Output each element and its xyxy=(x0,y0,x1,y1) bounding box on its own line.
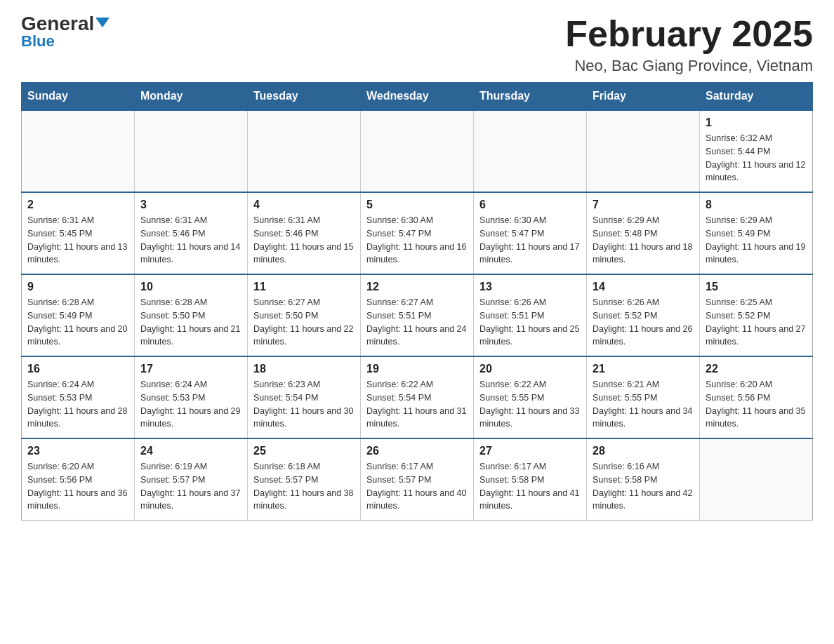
calendar-cell xyxy=(22,110,135,192)
day-number: 28 xyxy=(593,445,694,457)
day-number: 2 xyxy=(27,199,128,211)
calendar-cell xyxy=(135,110,248,192)
day-info: Sunrise: 6:26 AMSunset: 5:51 PMDaylight:… xyxy=(479,296,581,349)
calendar-cell: 9Sunrise: 6:28 AMSunset: 5:49 PMDaylight… xyxy=(22,274,135,356)
calendar-cell: 13Sunrise: 6:26 AMSunset: 5:51 PMDayligh… xyxy=(474,274,587,356)
calendar-cell: 12Sunrise: 6:27 AMSunset: 5:51 PMDayligh… xyxy=(361,274,474,356)
calendar-cell: 28Sunrise: 6:16 AMSunset: 5:58 PMDayligh… xyxy=(587,438,700,521)
day-number: 8 xyxy=(706,199,807,211)
logo-triangle-icon xyxy=(95,18,110,27)
day-number: 24 xyxy=(140,445,241,457)
day-info: Sunrise: 6:19 AMSunset: 5:57 PMDaylight:… xyxy=(140,460,241,513)
day-of-week-header: Monday xyxy=(135,83,248,111)
day-number: 7 xyxy=(593,199,694,211)
day-number: 9 xyxy=(27,281,128,293)
calendar-cell xyxy=(700,438,813,521)
day-number: 22 xyxy=(706,363,807,375)
day-info: Sunrise: 6:30 AMSunset: 5:47 PMDaylight:… xyxy=(479,214,581,267)
day-number: 13 xyxy=(479,281,581,293)
calendar-cell: 22Sunrise: 6:20 AMSunset: 5:56 PMDayligh… xyxy=(700,356,813,438)
day-number: 15 xyxy=(706,281,807,293)
calendar-cell: 10Sunrise: 6:28 AMSunset: 5:50 PMDayligh… xyxy=(135,274,248,356)
calendar-cell: 21Sunrise: 6:21 AMSunset: 5:55 PMDayligh… xyxy=(587,356,700,438)
day-info: Sunrise: 6:24 AMSunset: 5:53 PMDaylight:… xyxy=(140,378,241,431)
day-of-week-header: Tuesday xyxy=(248,83,361,111)
page-title: February 2025 xyxy=(565,14,813,54)
day-info: Sunrise: 6:30 AMSunset: 5:47 PMDaylight:… xyxy=(366,214,468,267)
day-info: Sunrise: 6:17 AMSunset: 5:58 PMDaylight:… xyxy=(479,460,581,513)
day-info: Sunrise: 6:32 AMSunset: 5:44 PMDaylight:… xyxy=(706,132,807,185)
day-info: Sunrise: 6:31 AMSunset: 5:46 PMDaylight:… xyxy=(140,214,241,267)
day-number: 14 xyxy=(593,281,694,293)
day-info: Sunrise: 6:28 AMSunset: 5:49 PMDaylight:… xyxy=(27,296,128,349)
day-number: 27 xyxy=(479,445,581,457)
calendar-cell xyxy=(587,110,700,192)
calendar-cell: 4Sunrise: 6:31 AMSunset: 5:46 PMDaylight… xyxy=(248,192,361,274)
page-subtitle: Neo, Bac Giang Province, Vietnam xyxy=(565,57,813,75)
calendar-cell: 20Sunrise: 6:22 AMSunset: 5:55 PMDayligh… xyxy=(474,356,587,438)
day-info: Sunrise: 6:31 AMSunset: 5:45 PMDaylight:… xyxy=(27,214,128,267)
day-number: 10 xyxy=(140,281,241,293)
calendar-cell: 5Sunrise: 6:30 AMSunset: 5:47 PMDaylight… xyxy=(361,192,474,274)
calendar-cell: 23Sunrise: 6:20 AMSunset: 5:56 PMDayligh… xyxy=(22,438,135,521)
calendar-cell: 8Sunrise: 6:29 AMSunset: 5:49 PMDaylight… xyxy=(700,192,813,274)
calendar-week-row: 23Sunrise: 6:20 AMSunset: 5:56 PMDayligh… xyxy=(22,438,813,521)
calendar-cell: 2Sunrise: 6:31 AMSunset: 5:45 PMDaylight… xyxy=(22,192,135,274)
day-of-week-header: Saturday xyxy=(700,83,813,111)
calendar-week-row: 2Sunrise: 6:31 AMSunset: 5:45 PMDaylight… xyxy=(22,192,813,274)
calendar-cell: 15Sunrise: 6:25 AMSunset: 5:52 PMDayligh… xyxy=(700,274,813,356)
day-info: Sunrise: 6:29 AMSunset: 5:49 PMDaylight:… xyxy=(706,214,807,267)
day-info: Sunrise: 6:21 AMSunset: 5:55 PMDaylight:… xyxy=(593,378,694,431)
day-number: 6 xyxy=(479,199,581,211)
day-number: 11 xyxy=(253,281,355,293)
logo-general: General xyxy=(21,14,110,34)
calendar-cell: 25Sunrise: 6:18 AMSunset: 5:57 PMDayligh… xyxy=(248,438,361,521)
day-info: Sunrise: 6:20 AMSunset: 5:56 PMDaylight:… xyxy=(706,378,807,431)
day-info: Sunrise: 6:20 AMSunset: 5:56 PMDaylight:… xyxy=(27,460,128,513)
day-info: Sunrise: 6:24 AMSunset: 5:53 PMDaylight:… xyxy=(27,378,128,431)
calendar-table: SundayMondayTuesdayWednesdayThursdayFrid… xyxy=(21,82,813,521)
calendar-cell: 6Sunrise: 6:30 AMSunset: 5:47 PMDaylight… xyxy=(474,192,587,274)
calendar-cell: 1Sunrise: 6:32 AMSunset: 5:44 PMDaylight… xyxy=(700,110,813,192)
calendar-cell: 18Sunrise: 6:23 AMSunset: 5:54 PMDayligh… xyxy=(248,356,361,438)
calendar-cell: 17Sunrise: 6:24 AMSunset: 5:53 PMDayligh… xyxy=(135,356,248,438)
title-area: February 2025 Neo, Bac Giang Province, V… xyxy=(565,14,813,75)
calendar-cell xyxy=(474,110,587,192)
logo: General Blue xyxy=(21,14,110,51)
day-info: Sunrise: 6:18 AMSunset: 5:57 PMDaylight:… xyxy=(253,460,355,513)
day-number: 25 xyxy=(253,445,355,457)
calendar-cell: 27Sunrise: 6:17 AMSunset: 5:58 PMDayligh… xyxy=(474,438,587,521)
calendar-cell: 14Sunrise: 6:26 AMSunset: 5:52 PMDayligh… xyxy=(587,274,700,356)
day-info: Sunrise: 6:27 AMSunset: 5:50 PMDaylight:… xyxy=(253,296,355,349)
day-info: Sunrise: 6:23 AMSunset: 5:54 PMDaylight:… xyxy=(253,378,355,431)
day-number: 20 xyxy=(479,363,581,375)
day-info: Sunrise: 6:26 AMSunset: 5:52 PMDaylight:… xyxy=(593,296,694,349)
calendar-cell xyxy=(361,110,474,192)
calendar-week-row: 16Sunrise: 6:24 AMSunset: 5:53 PMDayligh… xyxy=(22,356,813,438)
day-number: 4 xyxy=(253,199,355,211)
day-info: Sunrise: 6:27 AMSunset: 5:51 PMDaylight:… xyxy=(366,296,468,349)
day-number: 3 xyxy=(140,199,241,211)
page-header: General Blue February 2025 Neo, Bac Gian… xyxy=(21,14,813,75)
calendar-cell: 3Sunrise: 6:31 AMSunset: 5:46 PMDaylight… xyxy=(135,192,248,274)
day-number: 23 xyxy=(27,445,128,457)
day-number: 17 xyxy=(140,363,241,375)
calendar-cell: 26Sunrise: 6:17 AMSunset: 5:57 PMDayligh… xyxy=(361,438,474,521)
calendar-week-row: 9Sunrise: 6:28 AMSunset: 5:49 PMDaylight… xyxy=(22,274,813,356)
day-number: 18 xyxy=(253,363,355,375)
day-number: 12 xyxy=(366,281,468,293)
day-of-week-header: Sunday xyxy=(22,83,135,111)
day-info: Sunrise: 6:31 AMSunset: 5:46 PMDaylight:… xyxy=(253,214,355,267)
day-info: Sunrise: 6:17 AMSunset: 5:57 PMDaylight:… xyxy=(366,460,468,513)
calendar-cell xyxy=(248,110,361,192)
day-number: 16 xyxy=(27,363,128,375)
day-info: Sunrise: 6:22 AMSunset: 5:54 PMDaylight:… xyxy=(366,378,468,431)
day-info: Sunrise: 6:25 AMSunset: 5:52 PMDaylight:… xyxy=(706,296,807,349)
calendar-cell: 24Sunrise: 6:19 AMSunset: 5:57 PMDayligh… xyxy=(135,438,248,521)
day-info: Sunrise: 6:29 AMSunset: 5:48 PMDaylight:… xyxy=(593,214,694,267)
day-number: 5 xyxy=(366,199,468,211)
calendar-cell: 11Sunrise: 6:27 AMSunset: 5:50 PMDayligh… xyxy=(248,274,361,356)
day-number: 1 xyxy=(706,116,807,129)
day-of-week-header: Friday xyxy=(587,83,700,111)
calendar-cell: 16Sunrise: 6:24 AMSunset: 5:53 PMDayligh… xyxy=(22,356,135,438)
